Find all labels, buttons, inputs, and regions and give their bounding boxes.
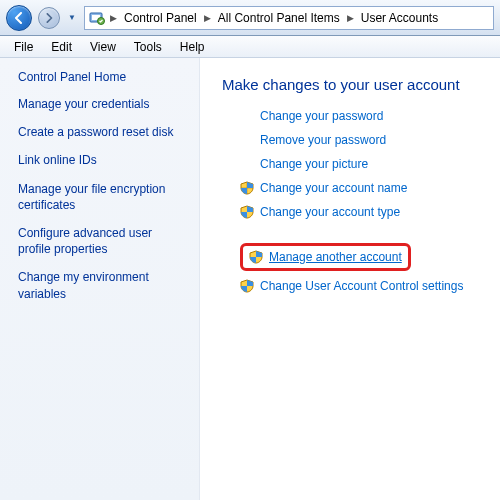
sidebar-link-env-vars[interactable]: Change my environment variables (18, 269, 185, 301)
action-list: Change your password Remove your passwor… (222, 109, 490, 293)
action-change-type[interactable]: Change your account type (240, 205, 490, 219)
address-bar: ▼ ▶ Control Panel ▶ All Control Panel It… (0, 0, 500, 36)
forward-button[interactable] (38, 7, 60, 29)
action-change-password[interactable]: Change your password (240, 109, 490, 123)
menu-tools[interactable]: Tools (126, 38, 170, 56)
action-change-picture[interactable]: Change your picture (240, 157, 490, 171)
menu-edit[interactable]: Edit (43, 38, 80, 56)
back-button[interactable] (6, 5, 32, 31)
action-label: Manage another account (269, 250, 402, 264)
action-remove-password[interactable]: Remove your password (240, 133, 490, 147)
menu-file[interactable]: File (6, 38, 41, 56)
uac-shield-icon (240, 181, 254, 195)
sidebar-link-online-ids[interactable]: Link online IDs (18, 152, 185, 168)
menu-view[interactable]: View (82, 38, 124, 56)
sidebar-heading[interactable]: Control Panel Home (18, 70, 185, 84)
action-label: Change your account name (260, 181, 407, 195)
sidebar-link-profile[interactable]: Configure advanced user profile properti… (18, 225, 185, 257)
uac-shield-icon (240, 205, 254, 219)
action-label: Change your account type (260, 205, 400, 219)
action-change-name[interactable]: Change your account name (240, 181, 490, 195)
chevron-right-icon: ▶ (201, 13, 214, 23)
sidebar-link-credentials[interactable]: Manage your credentials (18, 96, 185, 112)
breadcrumb-item[interactable]: User Accounts (359, 11, 440, 25)
breadcrumb-item[interactable]: All Control Panel Items (216, 11, 342, 25)
uac-shield-icon (240, 279, 254, 293)
action-label: Change your password (260, 109, 383, 123)
uac-shield-icon (249, 250, 263, 264)
menu-bar: File Edit View Tools Help (0, 36, 500, 58)
breadcrumb-item[interactable]: Control Panel (122, 11, 199, 25)
main-content: Make changes to your user account Change… (200, 58, 500, 500)
nav-history-dropdown[interactable]: ▼ (66, 5, 78, 31)
action-uac-settings[interactable]: Change User Account Control settings (240, 279, 490, 293)
action-manage-another-account[interactable]: Manage another account (240, 243, 411, 271)
chevron-right-icon: ▶ (344, 13, 357, 23)
action-label: Change User Account Control settings (260, 279, 463, 293)
sidebar-link-password-reset[interactable]: Create a password reset disk (18, 124, 185, 140)
menu-help[interactable]: Help (172, 38, 213, 56)
sidebar-link-encryption[interactable]: Manage your file encryption certificates (18, 181, 185, 213)
action-label: Change your picture (260, 157, 368, 171)
chevron-right-icon: ▶ (107, 13, 120, 23)
page-title: Make changes to your user account (222, 76, 490, 93)
action-label: Remove your password (260, 133, 386, 147)
breadcrumb[interactable]: ▶ Control Panel ▶ All Control Panel Item… (84, 6, 494, 30)
control-panel-icon (89, 10, 105, 26)
sidebar: Control Panel Home Manage your credentia… (0, 58, 200, 500)
